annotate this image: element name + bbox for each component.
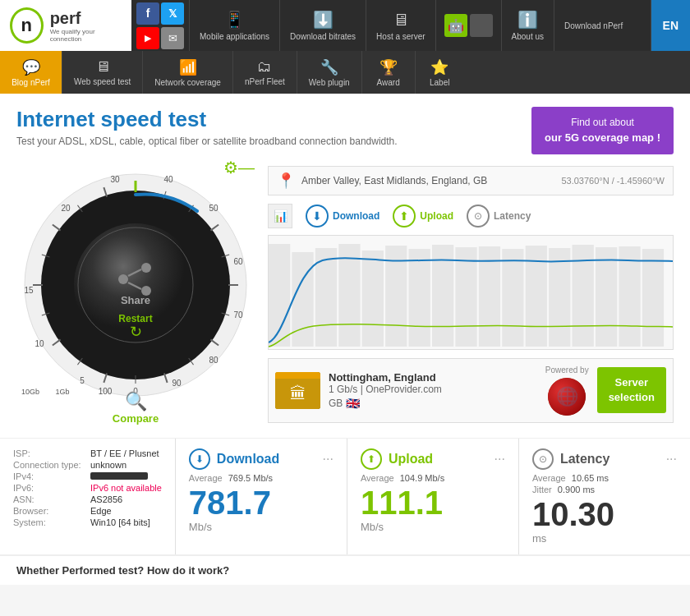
uk-flag-icon: 🇬🇧 [346, 397, 360, 410]
asn-value: AS2856 [90, 494, 122, 504]
speed-chart [268, 235, 674, 350]
logo-text: perf We qualify your connection [50, 9, 122, 43]
apple-icon[interactable] [470, 14, 493, 37]
svg-text:40: 40 [163, 175, 173, 184]
location-bar: 📍 Amber Valley, East Midlands, England, … [268, 166, 674, 195]
gauge-container: ⚙— [16, 166, 255, 425]
social-buttons: f 𝕏 ▶ ✉ [131, 0, 189, 51]
svg-text:10Gb: 10Gb [21, 388, 39, 396]
download-unit: Mb/s [189, 521, 334, 533]
latency-jitter-value: 0.900 ms [558, 485, 595, 494]
browser-value: Edge [90, 506, 112, 516]
award-nav[interactable]: 🏆 Award [361, 51, 415, 94]
svg-rect-55 [455, 247, 476, 347]
latency-main-value: 10.30 [532, 498, 677, 531]
coverage-map-button[interactable]: Find out about our 5G coverage map ! [531, 107, 674, 154]
svg-text:↻: ↻ [130, 324, 142, 340]
download-avg-value: 769.5 Mb/s [228, 473, 273, 483]
svg-rect-61 [596, 247, 617, 347]
email-button[interactable]: ✉ [161, 27, 184, 49]
speed-test-area: ⚙— [16, 166, 674, 425]
svg-text:90: 90 [172, 379, 182, 388]
download-result: ⬇ Download ··· Average 769.5 Mb/s 781.7 … [176, 439, 347, 554]
about-us-nav[interactable]: ℹ️ About us [501, 0, 554, 51]
server-location: Nottingham, England [329, 371, 537, 384]
ipv4-label: IPv4: [13, 471, 87, 481]
bottom-bar: Whether Performed test? How do it work? [0, 555, 690, 585]
svg-text:60: 60 [233, 257, 243, 266]
network-coverage-nav[interactable]: 📶 Network coverage [142, 51, 232, 94]
svg-text:80: 80 [209, 356, 218, 365]
youtube-button[interactable]: ▶ [136, 27, 159, 49]
svg-point-39 [118, 274, 128, 284]
latency-more-icon[interactable]: ··· [666, 452, 677, 467]
svg-rect-53 [409, 249, 430, 347]
server-logo: 🏛 [275, 372, 320, 409]
upload-more-icon[interactable]: ··· [494, 452, 505, 467]
upload-tab[interactable]: ⬆ Upload [393, 205, 453, 228]
main-content: Internet speed test Test your ADSL, xDSL… [0, 94, 690, 438]
svg-text:Share: Share [121, 294, 150, 306]
svg-text:Restart: Restart [118, 313, 152, 324]
download-bitrates-nav[interactable]: ⬇️ Download bitrates [279, 0, 366, 51]
label-nav[interactable]: ⭐ Label [415, 51, 464, 94]
page-subtitle: Test your ADSL, xDSL, cable, optical fib… [16, 136, 398, 147]
latency-avg-value: 10.65 ms [572, 473, 609, 483]
system-label: System: [13, 517, 87, 527]
server-speed: 1 Gb/s | OneProvider.com [329, 384, 537, 395]
top-nav: n perf We qualify your connection f 𝕏 ▶ … [0, 0, 690, 51]
next-section-label: Whether Performed test? How do it work? [16, 564, 674, 577]
download-main-value: 781.7 [189, 486, 334, 519]
upload-result-icon: ⬆ [361, 448, 382, 470]
svg-text:100: 100 [99, 387, 113, 396]
host-server-nav[interactable]: 🖥 Host a server [366, 0, 435, 51]
blog-nav[interactable]: 💬 Blog nPerf [0, 51, 62, 94]
svg-point-40 [141, 263, 151, 273]
globe-icon: 🌐 [548, 378, 586, 416]
facebook-button[interactable]: f [136, 2, 159, 25]
upload-main-value: 111.1 [361, 486, 505, 519]
download-nperf-nav[interactable]: Download nPerf [554, 0, 632, 51]
isp-info-panel: ISP: BT / EE / Plusnet Connection type: … [0, 439, 176, 554]
svg-text:5: 5 [80, 376, 85, 385]
svg-rect-59 [549, 248, 570, 347]
results-area: ISP: BT / EE / Plusnet Connection type: … [0, 438, 690, 555]
location-pin-icon: 📍 [277, 172, 295, 190]
system-value: Win10 [64 bits] [90, 517, 150, 527]
latency-result-title: Latency [560, 452, 610, 467]
android-icon[interactable]: 🤖 [444, 14, 467, 37]
svg-text:15: 15 [24, 286, 34, 295]
latency-tab[interactable]: ⊙ Latency [467, 205, 531, 228]
chart-icon[interactable]: 📊 [268, 204, 292, 228]
download-more-icon[interactable]: ··· [323, 452, 334, 467]
powered-by-area: Powered by 🌐 [545, 365, 589, 416]
svg-text:70: 70 [233, 310, 243, 319]
logo-area: n perf We qualify your connection [0, 0, 131, 51]
platform-icons: 🤖 [435, 0, 501, 51]
settings-icon[interactable]: ⚙— [223, 159, 255, 177]
language-button[interactable]: EN [651, 0, 690, 51]
server-country: GB 🇬🇧 [329, 397, 537, 410]
page-title: Internet speed test [16, 107, 398, 132]
web-plugin-nav[interactable]: 🔧 Web plugin [297, 51, 361, 94]
server-details: Nottingham, England 1 Gb/s | OneProvider… [329, 371, 537, 410]
svg-rect-57 [502, 249, 523, 347]
ipv6-label: IPv6: [13, 483, 87, 493]
second-nav: 💬 Blog nPerf 🖥 Web speed test 📶 Network … [0, 51, 690, 94]
download-tab[interactable]: ⬇ Download [306, 205, 380, 228]
location-coords: 53.03760°N / -1.45960°W [561, 176, 665, 186]
nperf-fleet-nav[interactable]: 🗂 nPerf Fleet [232, 51, 297, 94]
mobile-apps-nav[interactable]: 📱 Mobile applications [189, 0, 279, 51]
download-result-title: Download [217, 452, 279, 467]
asn-label: ASN: [13, 494, 87, 504]
web-speed-test-nav[interactable]: 🖥 Web speed test [62, 51, 142, 94]
ipv4-value [90, 472, 148, 480]
location-city: Amber Valley, East Midlands, England, GB [301, 175, 487, 186]
svg-text:1Gb: 1Gb [55, 388, 69, 396]
latency-unit: ms [532, 532, 677, 545]
svg-text:20: 20 [61, 204, 71, 213]
server-selection-button[interactable]: Serverselection [597, 367, 666, 413]
svg-rect-51 [362, 251, 384, 347]
download-result-icon: ⬇ [189, 448, 210, 470]
twitter-button[interactable]: 𝕏 [161, 2, 184, 25]
